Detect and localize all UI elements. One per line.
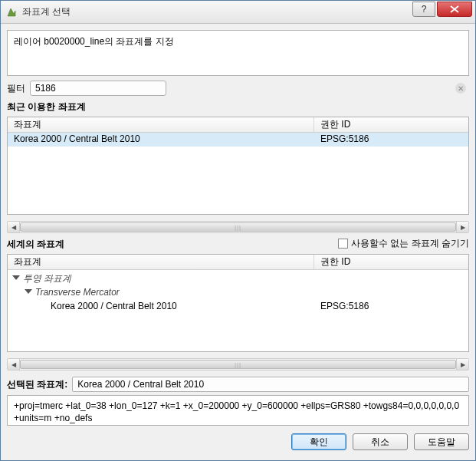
crs-auth: EPSG:5186: [314, 133, 468, 147]
selected-crs-row: 선택된 좌표계:: [7, 377, 469, 392]
proj-string-box: +proj=tmerc +lat_0=38 +lon_0=127 +k=1 +x…: [7, 395, 469, 426]
scroll-left-icon[interactable]: ◀: [8, 222, 20, 232]
recent-list-header: 좌표계 권한 ID: [8, 117, 468, 133]
dialog-window: 좌표계 선택 ? 레이어 b0020000_line의 좌표계를 지정 필터 ✕…: [0, 0, 476, 461]
selected-crs-field[interactable]: [72, 377, 469, 392]
world-section-title: 세계의 좌표계: [7, 238, 64, 251]
chevron-down-icon[interactable]: [12, 275, 20, 280]
crs-auth: EPSG:5186: [320, 301, 369, 311]
group-label: 투영 좌표계: [23, 272, 71, 285]
selected-crs-label: 선택된 좌표계:: [7, 378, 67, 391]
world-list-header: 좌표계 권한 ID: [8, 255, 468, 270]
dialog-button-row: 확인 취소 도움말: [7, 433, 469, 450]
scroll-right-icon[interactable]: ▶: [456, 222, 468, 232]
close-button[interactable]: [437, 2, 472, 17]
scroll-right-icon[interactable]: ▶: [456, 359, 468, 370]
content-area: 레이어 b0020000_line의 좌표계를 지정 필터 ✕ 최근 이용한 좌…: [1, 24, 475, 460]
proj-string-text: +proj=tmerc +lat_0=38 +lon_0=127 +k=1 +x…: [14, 400, 459, 423]
world-section-header: 세계의 좌표계 사용할수 없는 좌표계 숨기기: [7, 236, 469, 251]
filter-label: 필터: [7, 82, 25, 95]
recent-section-title: 최근 이용한 좌표계: [7, 100, 469, 114]
filter-input-wrap: ✕: [30, 81, 469, 96]
world-scrollbar[interactable]: ◀ ||| ▶: [7, 358, 469, 370]
window-title: 좌표계 선택: [22, 5, 412, 18]
crs-name: Korea 2000 / Central Belt 2010: [51, 301, 177, 311]
hide-deprecated-label: 사용할수 없는 좌표계 숨기기: [351, 237, 469, 250]
help-titlebar-button[interactable]: ?: [412, 2, 435, 17]
titlebar-controls: ?: [412, 2, 472, 17]
scroll-left-icon[interactable]: ◀: [8, 359, 20, 370]
layer-info-text: 레이어 b0020000_line의 좌표계를 지정: [14, 36, 174, 47]
world-col-auth[interactable]: 권한 ID: [314, 255, 468, 269]
world-tree-body[interactable]: 투영 좌표계 Transverse Mercator Korea 2000 / …: [8, 270, 468, 351]
group-label: Transverse Mercator: [35, 287, 120, 298]
titlebar: 좌표계 선택 ?: [1, 1, 475, 24]
recent-scrollbar[interactable]: ◀ ||| ▶: [7, 221, 469, 233]
tree-group[interactable]: 투영 좌표계: [8, 272, 468, 285]
recent-col-crs[interactable]: 좌표계: [8, 117, 314, 132]
recent-list-body[interactable]: Korea 2000 / Central Belt 2010 EPSG:5186: [8, 133, 468, 214]
crs-name: Korea 2000 / Central Belt 2010: [8, 133, 314, 147]
hide-deprecated-checkbox-row[interactable]: 사용할수 없는 좌표계 숨기기: [338, 237, 469, 250]
filter-input[interactable]: [30, 81, 166, 96]
layer-info-box: 레이어 b0020000_line의 좌표계를 지정: [7, 30, 469, 76]
world-crs-tree: 좌표계 권한 ID 투영 좌표계 Transverse Mercator Kor…: [7, 254, 469, 352]
list-item[interactable]: Korea 2000 / Central Belt 2010 EPSG:5186: [8, 133, 468, 147]
help-button[interactable]: 도움말: [414, 433, 469, 450]
recent-crs-list: 좌표계 권한 ID Korea 2000 / Central Belt 2010…: [7, 117, 469, 215]
tree-item[interactable]: Korea 2000 / Central Belt 2010 EPSG:5186: [8, 299, 468, 313]
world-col-crs[interactable]: 좌표계: [8, 255, 314, 269]
ok-button[interactable]: 확인: [291, 433, 346, 450]
recent-col-auth[interactable]: 권한 ID: [314, 117, 468, 132]
cancel-button[interactable]: 취소: [353, 433, 408, 450]
hide-deprecated-checkbox[interactable]: [338, 239, 348, 249]
app-icon: [5, 6, 18, 18]
tree-group[interactable]: Transverse Mercator: [8, 285, 468, 299]
filter-row: 필터 ✕: [7, 81, 469, 96]
chevron-down-icon[interactable]: [25, 289, 32, 294]
clear-filter-icon[interactable]: ✕: [455, 83, 466, 94]
